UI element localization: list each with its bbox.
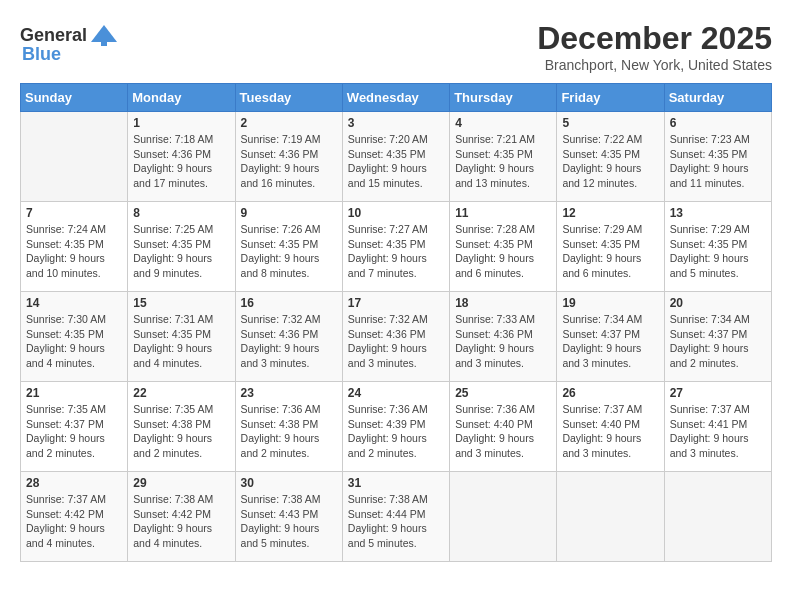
day-number: 14	[26, 296, 122, 310]
day-number: 2	[241, 116, 337, 130]
day-number: 21	[26, 386, 122, 400]
calendar-cell	[21, 112, 128, 202]
day-number: 30	[241, 476, 337, 490]
day-number: 28	[26, 476, 122, 490]
day-of-week-header: Saturday	[664, 84, 771, 112]
calendar-cell: 8Sunrise: 7:25 AMSunset: 4:35 PMDaylight…	[128, 202, 235, 292]
day-info: Sunrise: 7:26 AMSunset: 4:35 PMDaylight:…	[241, 222, 337, 281]
calendar-cell: 21Sunrise: 7:35 AMSunset: 4:37 PMDayligh…	[21, 382, 128, 472]
day-info: Sunrise: 7:21 AMSunset: 4:35 PMDaylight:…	[455, 132, 551, 191]
day-number: 5	[562, 116, 658, 130]
svg-rect-1	[101, 38, 107, 46]
day-info: Sunrise: 7:30 AMSunset: 4:35 PMDaylight:…	[26, 312, 122, 371]
calendar-cell: 1Sunrise: 7:18 AMSunset: 4:36 PMDaylight…	[128, 112, 235, 202]
day-info: Sunrise: 7:20 AMSunset: 4:35 PMDaylight:…	[348, 132, 444, 191]
day-info: Sunrise: 7:29 AMSunset: 4:35 PMDaylight:…	[562, 222, 658, 281]
calendar-cell: 7Sunrise: 7:24 AMSunset: 4:35 PMDaylight…	[21, 202, 128, 292]
day-number: 15	[133, 296, 229, 310]
day-number: 26	[562, 386, 658, 400]
calendar-cell: 25Sunrise: 7:36 AMSunset: 4:40 PMDayligh…	[450, 382, 557, 472]
day-info: Sunrise: 7:33 AMSunset: 4:36 PMDaylight:…	[455, 312, 551, 371]
day-number: 19	[562, 296, 658, 310]
day-number: 13	[670, 206, 766, 220]
day-info: Sunrise: 7:38 AMSunset: 4:44 PMDaylight:…	[348, 492, 444, 551]
calendar-week-row: 28Sunrise: 7:37 AMSunset: 4:42 PMDayligh…	[21, 472, 772, 562]
calendar-cell	[664, 472, 771, 562]
day-number: 23	[241, 386, 337, 400]
day-number: 8	[133, 206, 229, 220]
day-info: Sunrise: 7:37 AMSunset: 4:42 PMDaylight:…	[26, 492, 122, 551]
day-number: 7	[26, 206, 122, 220]
day-info: Sunrise: 7:38 AMSunset: 4:43 PMDaylight:…	[241, 492, 337, 551]
day-info: Sunrise: 7:34 AMSunset: 4:37 PMDaylight:…	[562, 312, 658, 371]
day-number: 25	[455, 386, 551, 400]
calendar-cell: 30Sunrise: 7:38 AMSunset: 4:43 PMDayligh…	[235, 472, 342, 562]
day-info: Sunrise: 7:36 AMSunset: 4:40 PMDaylight:…	[455, 402, 551, 461]
day-number: 18	[455, 296, 551, 310]
day-number: 24	[348, 386, 444, 400]
day-number: 29	[133, 476, 229, 490]
day-of-week-header: Tuesday	[235, 84, 342, 112]
calendar-cell: 6Sunrise: 7:23 AMSunset: 4:35 PMDaylight…	[664, 112, 771, 202]
day-number: 31	[348, 476, 444, 490]
day-of-week-header: Sunday	[21, 84, 128, 112]
day-info: Sunrise: 7:36 AMSunset: 4:39 PMDaylight:…	[348, 402, 444, 461]
calendar-cell: 20Sunrise: 7:34 AMSunset: 4:37 PMDayligh…	[664, 292, 771, 382]
day-number: 11	[455, 206, 551, 220]
day-info: Sunrise: 7:25 AMSunset: 4:35 PMDaylight:…	[133, 222, 229, 281]
logo-blue-text: Blue	[22, 44, 61, 65]
day-info: Sunrise: 7:37 AMSunset: 4:41 PMDaylight:…	[670, 402, 766, 461]
calendar-cell: 31Sunrise: 7:38 AMSunset: 4:44 PMDayligh…	[342, 472, 449, 562]
logo-icon	[89, 20, 119, 50]
calendar-header: SundayMondayTuesdayWednesdayThursdayFrid…	[21, 84, 772, 112]
logo-general-text: General	[20, 25, 87, 46]
calendar-cell: 14Sunrise: 7:30 AMSunset: 4:35 PMDayligh…	[21, 292, 128, 382]
calendar-cell: 19Sunrise: 7:34 AMSunset: 4:37 PMDayligh…	[557, 292, 664, 382]
calendar-week-row: 14Sunrise: 7:30 AMSunset: 4:35 PMDayligh…	[21, 292, 772, 382]
day-info: Sunrise: 7:38 AMSunset: 4:42 PMDaylight:…	[133, 492, 229, 551]
day-info: Sunrise: 7:36 AMSunset: 4:38 PMDaylight:…	[241, 402, 337, 461]
day-info: Sunrise: 7:22 AMSunset: 4:35 PMDaylight:…	[562, 132, 658, 191]
day-info: Sunrise: 7:19 AMSunset: 4:36 PMDaylight:…	[241, 132, 337, 191]
month-title: December 2025	[537, 20, 772, 57]
day-number: 22	[133, 386, 229, 400]
day-info: Sunrise: 7:31 AMSunset: 4:35 PMDaylight:…	[133, 312, 229, 371]
calendar-cell: 2Sunrise: 7:19 AMSunset: 4:36 PMDaylight…	[235, 112, 342, 202]
day-info: Sunrise: 7:37 AMSunset: 4:40 PMDaylight:…	[562, 402, 658, 461]
calendar-cell: 9Sunrise: 7:26 AMSunset: 4:35 PMDaylight…	[235, 202, 342, 292]
calendar-week-row: 1Sunrise: 7:18 AMSunset: 4:36 PMDaylight…	[21, 112, 772, 202]
day-number: 17	[348, 296, 444, 310]
day-info: Sunrise: 7:35 AMSunset: 4:37 PMDaylight:…	[26, 402, 122, 461]
day-number: 6	[670, 116, 766, 130]
logo: General Blue	[20, 20, 119, 65]
calendar-cell	[557, 472, 664, 562]
calendar-table: SundayMondayTuesdayWednesdayThursdayFrid…	[20, 83, 772, 562]
day-info: Sunrise: 7:32 AMSunset: 4:36 PMDaylight:…	[348, 312, 444, 371]
calendar-cell: 22Sunrise: 7:35 AMSunset: 4:38 PMDayligh…	[128, 382, 235, 472]
calendar-body: 1Sunrise: 7:18 AMSunset: 4:36 PMDaylight…	[21, 112, 772, 562]
day-info: Sunrise: 7:27 AMSunset: 4:35 PMDaylight:…	[348, 222, 444, 281]
day-number: 12	[562, 206, 658, 220]
day-of-week-header: Wednesday	[342, 84, 449, 112]
calendar-cell: 23Sunrise: 7:36 AMSunset: 4:38 PMDayligh…	[235, 382, 342, 472]
day-number: 1	[133, 116, 229, 130]
day-info: Sunrise: 7:28 AMSunset: 4:35 PMDaylight:…	[455, 222, 551, 281]
location-subtitle: Branchport, New York, United States	[537, 57, 772, 73]
calendar-cell: 11Sunrise: 7:28 AMSunset: 4:35 PMDayligh…	[450, 202, 557, 292]
calendar-cell: 29Sunrise: 7:38 AMSunset: 4:42 PMDayligh…	[128, 472, 235, 562]
calendar-week-row: 21Sunrise: 7:35 AMSunset: 4:37 PMDayligh…	[21, 382, 772, 472]
day-number: 4	[455, 116, 551, 130]
calendar-cell: 27Sunrise: 7:37 AMSunset: 4:41 PMDayligh…	[664, 382, 771, 472]
day-of-week-header: Monday	[128, 84, 235, 112]
day-info: Sunrise: 7:34 AMSunset: 4:37 PMDaylight:…	[670, 312, 766, 371]
calendar-cell: 24Sunrise: 7:36 AMSunset: 4:39 PMDayligh…	[342, 382, 449, 472]
calendar-cell: 12Sunrise: 7:29 AMSunset: 4:35 PMDayligh…	[557, 202, 664, 292]
calendar-cell: 4Sunrise: 7:21 AMSunset: 4:35 PMDaylight…	[450, 112, 557, 202]
calendar-week-row: 7Sunrise: 7:24 AMSunset: 4:35 PMDaylight…	[21, 202, 772, 292]
day-number: 9	[241, 206, 337, 220]
day-info: Sunrise: 7:32 AMSunset: 4:36 PMDaylight:…	[241, 312, 337, 371]
day-info: Sunrise: 7:18 AMSunset: 4:36 PMDaylight:…	[133, 132, 229, 191]
days-of-week-row: SundayMondayTuesdayWednesdayThursdayFrid…	[21, 84, 772, 112]
calendar-cell: 17Sunrise: 7:32 AMSunset: 4:36 PMDayligh…	[342, 292, 449, 382]
calendar-cell: 18Sunrise: 7:33 AMSunset: 4:36 PMDayligh…	[450, 292, 557, 382]
